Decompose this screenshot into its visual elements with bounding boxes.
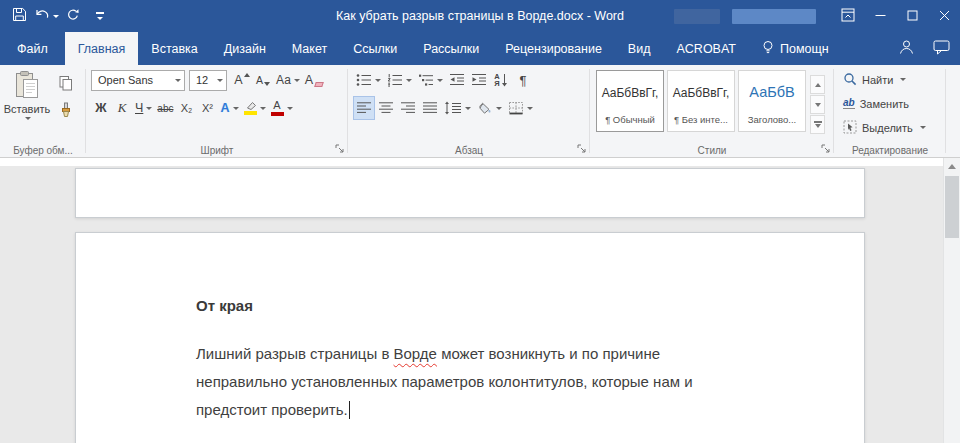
group-label-paragraph: Абзац — [348, 145, 590, 156]
current-page[interactable]: От края Лишний разрыв страницы в Ворде м… — [75, 232, 865, 443]
paste-button[interactable]: Вставить — [0, 65, 54, 142]
paragraph-text: предстоит проверить. — [196, 401, 348, 418]
style-preview: АаБбВвГг, — [602, 86, 659, 100]
styles-scroll-down-button[interactable] — [810, 95, 825, 114]
tab-home[interactable]: Главная — [65, 32, 139, 65]
subscript-button[interactable]: Х₂ — [176, 97, 196, 119]
style-card-no-spacing[interactable]: АаБбВвГг, ¶ Без инте... — [667, 70, 735, 132]
replace-button[interactable]: ab Заменить — [840, 93, 942, 114]
clear-formatting-button[interactable]: А — [303, 69, 325, 91]
close-button[interactable] — [928, 0, 960, 32]
save-button[interactable] — [6, 3, 32, 29]
styles-scroll-up-button[interactable] — [810, 75, 825, 94]
ribbon-tab-row: Файл Главная Вставка Дизайн Макет Ссылки… — [0, 32, 960, 65]
borders-button[interactable] — [506, 97, 535, 119]
font-dialog-launcher[interactable] — [333, 143, 346, 156]
chevron-down-icon — [375, 79, 381, 82]
select-button[interactable]: Выделить — [840, 117, 942, 138]
decrease-indent-button[interactable] — [447, 69, 467, 91]
change-case-label: Аа — [276, 73, 291, 87]
style-name: ¶ Обычный — [605, 114, 655, 125]
line-spacing-button[interactable] — [442, 97, 473, 119]
pilcrow-icon: ¶ — [520, 73, 527, 88]
change-case-button[interactable]: Аа — [274, 69, 302, 91]
show-formatting-marks-button[interactable]: ¶ — [513, 69, 533, 91]
highlight-button[interactable] — [242, 97, 268, 119]
scrollbar-thumb[interactable] — [945, 176, 959, 238]
bold-button[interactable]: Ж — [91, 97, 111, 119]
redacted-block — [674, 9, 720, 24]
tab-insert[interactable]: Вставка — [138, 32, 210, 65]
tab-mailings[interactable]: Рассылки — [410, 32, 492, 65]
text-effects-button[interactable]: А — [218, 97, 240, 119]
style-name: ¶ Без инте... — [674, 114, 728, 125]
underline-button[interactable]: Ч — [133, 97, 154, 119]
minimize-button[interactable] — [864, 0, 896, 32]
tab-acrobat[interactable]: ACROBAT — [663, 32, 749, 65]
comments-button[interactable] — [933, 40, 950, 58]
tab-view[interactable]: Вид — [615, 32, 664, 65]
tab-tell-me[interactable]: Помощн — [749, 32, 842, 65]
shading-button[interactable] — [475, 97, 504, 119]
grow-font-button[interactable]: А — [232, 69, 252, 91]
select-icon — [843, 120, 857, 136]
account-button[interactable] — [898, 39, 915, 58]
align-left-button[interactable] — [354, 97, 374, 119]
chevron-down-icon — [233, 107, 239, 110]
text-effects-label: А — [220, 101, 229, 115]
paragraph-dialog-launcher[interactable] — [575, 143, 588, 156]
chevron-down-icon — [294, 79, 300, 82]
chevron-down-icon — [406, 79, 412, 82]
justify-button[interactable] — [420, 97, 440, 119]
tab-layout[interactable]: Макет — [279, 32, 340, 65]
chevron-down-icon — [146, 107, 152, 110]
triangle-up-icon — [948, 164, 956, 169]
tab-design[interactable]: Дизайн — [211, 32, 279, 65]
chevron-down-icon — [496, 107, 502, 110]
tab-references[interactable]: Ссылки — [340, 32, 410, 65]
style-card-heading1[interactable]: АаБбВ Заголово... — [738, 70, 806, 132]
scrollbar-up-button[interactable] — [944, 158, 960, 174]
paste-icon — [14, 70, 40, 101]
styles-more-button[interactable] — [810, 115, 825, 134]
shrink-font-button[interactable]: А — [253, 69, 273, 91]
numbering-button[interactable] — [385, 69, 414, 91]
sort-button[interactable]: А Я — [491, 69, 511, 91]
copy-button[interactable] — [54, 74, 78, 94]
font-name-select[interactable]: Open Sans — [91, 70, 185, 91]
redo-icon — [66, 8, 80, 25]
italic-button[interactable]: К — [112, 97, 132, 119]
superscript-button[interactable]: Х² — [197, 97, 217, 119]
qat-customize-button[interactable] — [87, 3, 113, 29]
dialog-launcher-icon — [821, 142, 831, 157]
multilevel-list-button[interactable] — [416, 69, 445, 91]
vertical-scrollbar[interactable] — [943, 158, 960, 443]
strikethrough-button[interactable]: abc — [155, 97, 175, 119]
font-color-icon: А — [271, 100, 284, 116]
styles-dialog-launcher[interactable] — [819, 143, 832, 156]
increase-indent-button[interactable] — [469, 69, 489, 91]
align-center-button[interactable] — [376, 97, 396, 119]
align-right-button[interactable] — [398, 97, 418, 119]
tab-file[interactable]: Файл — [0, 32, 65, 65]
previous-page-bottom[interactable] — [75, 168, 865, 218]
tab-review[interactable]: Рецензирование — [492, 32, 615, 65]
font-size-value: 12 — [196, 74, 208, 86]
undo-button[interactable] — [33, 3, 59, 29]
ribbon-display-options-button[interactable] — [832, 0, 864, 32]
redo-button[interactable] — [60, 3, 86, 29]
style-preview: АаБбВ — [749, 84, 794, 100]
maximize-button[interactable] — [896, 0, 928, 32]
triangle-down-icon — [815, 124, 821, 128]
increase-indent-icon — [471, 73, 487, 87]
chevron-down-icon — [175, 79, 181, 82]
style-card-normal[interactable]: АаБбВвГг, ¶ Обычный — [596, 70, 664, 132]
format-painter-button[interactable] — [54, 101, 78, 121]
numbering-icon — [387, 73, 403, 87]
group-paragraph: А Я ¶ — [348, 65, 590, 157]
find-button[interactable]: Найти — [840, 69, 942, 90]
font-size-select[interactable]: 12 — [189, 70, 227, 91]
bullets-button[interactable] — [354, 69, 383, 91]
font-color-button[interactable]: А — [269, 97, 295, 119]
paragraph-text: может возникнуть и по причине — [437, 345, 660, 362]
